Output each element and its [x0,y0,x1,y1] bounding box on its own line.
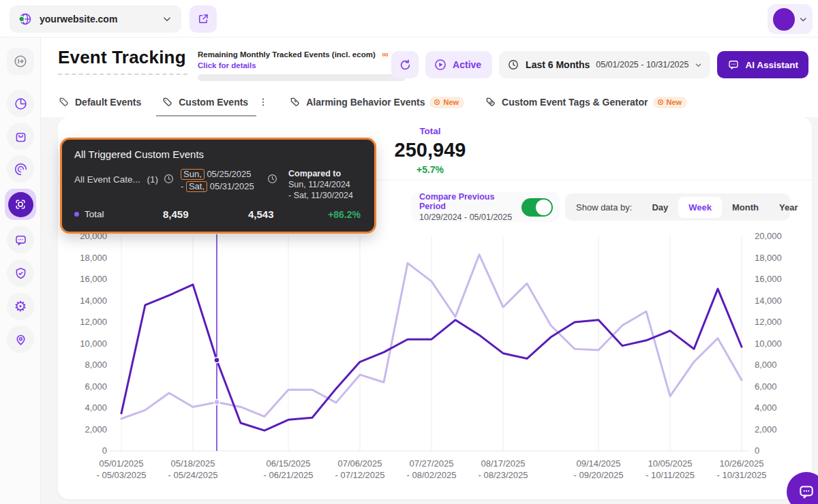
panel-expand-icon [13,54,28,69]
sidebar-item-event-tracking-active-bg [8,192,33,217]
tab-custom-event-tags-generator[interactable]: Custom Event Tags & Generator New [485,93,687,111]
sidebar-item-ecommerce[interactable] [7,123,34,150]
custom-events-menu-button[interactable] [258,97,269,108]
y-axis-tick: 12,000 [80,317,107,327]
tooltip-previous-value: 4,543 [248,208,274,220]
compare-range: 10/29/2024 - 05/01/2025 [419,212,515,222]
tab-label: Custom Event Tags & Generator [502,97,648,108]
y-axis-tick: 4,000 [755,403,777,413]
avatar [773,8,795,31]
x-axis-tick: 08/17/2025- 08/23/2025 [461,458,545,481]
total-summary-value: 250,949 [362,139,498,161]
total-summary-change: +5.7% [362,164,498,175]
shield-check-icon [14,266,28,281]
remaining-events-block: Remaining Monthly Tracked Events (incl. … [198,48,410,81]
date-end: 05/31/2025 [210,181,254,191]
tooltip-category-name: All Event Cate... [74,174,140,185]
sidebar-item-location[interactable] [7,326,34,353]
y-axis-tick: 16,000 [80,274,107,284]
refresh-icon [399,59,412,72]
top-bar: yourwebsite.com [0,0,818,37]
date-range-value: 05/01/2025 - 10/31/2025 [596,60,688,69]
new-badge: New [429,97,464,108]
series-color-dot [74,212,79,217]
sidebar-item-event-tracking[interactable] [5,189,36,220]
compared-line2: - Sat, 11/30/2024 [288,190,353,201]
toggle-knob [536,200,551,215]
tag-icon [58,96,70,108]
page-title: Event Tracking [58,47,187,75]
day-start-highlight: Sun, [181,169,204,180]
clock-icon [507,59,519,71]
chart-tooltip: All Triggered Custom Events All Event Ca… [60,138,376,234]
y-axis-tick: 14,000 [755,296,782,306]
tooltip-period-row: All Event Cate... (1) Sun, 05/25/2025 - … [74,168,361,201]
sidebar-item-sessions[interactable] [7,155,34,183]
site-selector[interactable]: yourwebsite.com [10,5,181,33]
sidebar-item-privacy[interactable] [7,259,34,287]
kebab-menu-icon [258,97,269,108]
alarm-tag-icon [289,96,301,108]
tooltip-change: +86.2% [328,209,361,220]
tab-default-events[interactable]: Default Events [58,93,141,111]
range-separator: - [181,181,186,191]
tooltip-clock [163,168,181,201]
granularity-option-day[interactable]: Day [641,197,678,218]
tab-bar: Default Events Custom Events Alarming Be… [58,93,687,111]
site-name: yourwebsite.com [40,14,155,25]
chevron-down-icon [162,14,172,24]
tooltip-values-row: Total 8,459 4,543 +86.2% [74,208,361,220]
open-site-button[interactable] [190,5,217,33]
total-summary-label: Total [362,126,498,136]
y-axis-right: 02,0004,0006,0008,00010,00012,00014,0001… [755,117,809,499]
tab-custom-events[interactable]: Custom Events [162,93,248,111]
x-axis-tick: 05/18/2025- 05/24/2025 [151,458,235,481]
new-badge-label: New [667,98,682,106]
granularity-option-week[interactable]: Week [678,197,722,218]
tooltip-compared-range: Compared to Sun, 11/24/2024 - Sat, 11/30… [288,168,353,201]
date-preset-label: Last 6 Months [526,59,590,70]
date-range-picker[interactable]: Last 6 Months 05/01/2025 - 10/31/2025 [499,51,710,78]
refresh-button[interactable] [391,51,419,78]
gear-icon: ⚙ [14,300,27,314]
sidebar: ⚙ [0,37,41,504]
x-axis-tick: 10/26/2025- 10/31/2025 [699,458,784,481]
tag-icon [162,96,174,108]
total-summary: Total 250,949 +5.7% [362,126,498,175]
remaining-events-label: Remaining Monthly Tracked Events (incl. … [198,50,376,59]
sidebar-item-analytics[interactable] [7,90,34,117]
tooltip-category: All Event Cate... (1) [74,168,163,201]
tracking-status-button[interactable]: Active [425,51,492,78]
chat-bubble-icon [798,483,815,501]
clock-icon [267,173,278,185]
remaining-events-progressbar [198,74,406,81]
day-end-highlight: Sat, [186,181,207,192]
new-badge: New [653,97,688,108]
compare-toggle[interactable] [521,198,553,217]
sidebar-item-feedback[interactable] [7,226,34,253]
page: { "top_bar": { "site_selector": { "label… [0,0,818,504]
y-axis-tick: 12,000 [755,317,782,327]
y-axis-tick: 2,000 [755,424,777,435]
y-axis-tick: 8,000 [85,360,107,370]
compare-previous-period: Compare Previous Period 10/29/2024 - 05/… [411,192,560,222]
chevron-down-icon [695,61,702,69]
click-for-details-link[interactable]: Click for details [198,61,410,69]
y-axis-tick: 18,000 [755,253,782,263]
sidebar-item-settings[interactable]: ⚙ [7,293,34,320]
y-axis-tick: 18,000 [80,253,107,263]
y-axis-tick: 0 [755,445,759,456]
tooltip-title: All Triggered Custom Events [74,148,361,160]
location-pin-icon [14,332,28,347]
ai-assistant-button[interactable]: AI Assistant [717,51,808,78]
tooltip-current-range: Sun, 05/25/2025 - Sat, 05/31/2025 [181,168,260,201]
sidebar-collapse-button[interactable] [7,48,34,75]
series-label: Total [85,209,104,219]
new-dot-icon [657,99,664,106]
new-dot-icon [434,99,440,106]
tab-alarming-behavior-events[interactable]: Alarming Behavior Events New [289,93,464,111]
date-start: 05/25/2025 [207,169,251,179]
tag-generator-icon [485,96,497,108]
event-target-icon [14,198,27,211]
account-menu[interactable] [768,4,813,34]
